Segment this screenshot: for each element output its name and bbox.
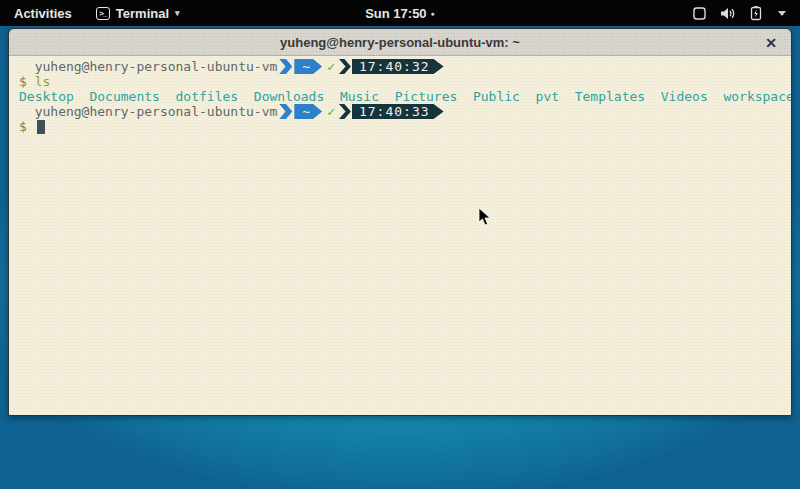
- app-menu-label: Terminal: [116, 6, 169, 21]
- powerline-chevron-icon: [339, 104, 351, 119]
- powerline-chevron-icon: [279, 59, 292, 74]
- volume-icon: [720, 6, 736, 21]
- prompt-indent: [19, 59, 35, 74]
- command-text: ls: [35, 74, 51, 89]
- prompt-symbol: $: [19, 74, 35, 89]
- prompt-user: yuheng@henry-personal-ubuntu-vm: [35, 59, 278, 74]
- prompt-user: yuheng@henry-personal-ubuntu-vm: [35, 104, 278, 119]
- clock-button[interactable]: Sun 17:50 ●: [365, 6, 435, 21]
- terminal-icon: >_: [96, 7, 110, 20]
- activities-button[interactable]: Activities: [0, 0, 86, 26]
- top-bar: Activities >_ Terminal ▾ Sun 17:50 ●: [0, 0, 800, 26]
- close-icon[interactable]: ✕: [765, 29, 777, 56]
- check-icon: ✓: [322, 104, 339, 119]
- prompt-time-segment: 17:40:32: [352, 59, 444, 74]
- app-menu-terminal[interactable]: >_ Terminal ▾: [86, 0, 190, 26]
- prompt-indent: [19, 104, 35, 119]
- powerline-chevron-icon: [279, 104, 292, 119]
- check-icon: ✓: [322, 59, 339, 74]
- system-status-area[interactable]: [678, 0, 800, 26]
- prompt-line-1: yuheng@henry-personal-ubuntu-vm~✓17:40:3…: [19, 59, 791, 74]
- clock-label: Sun 17:50: [365, 6, 426, 21]
- prompt-line-2: yuheng@henry-personal-ubuntu-vm~✓17:40:3…: [19, 104, 791, 119]
- battery-charging-icon: [749, 6, 765, 21]
- activities-label: Activities: [14, 6, 72, 21]
- chevron-down-icon: ▾: [175, 8, 180, 18]
- prompt-path-segment: ~: [294, 59, 322, 74]
- powerline-chevron-icon: [339, 59, 351, 74]
- prompt-symbol: $: [19, 119, 35, 134]
- notification-dot: ●: [431, 10, 435, 17]
- prompt-path-segment: ~: [294, 104, 322, 119]
- prompt-time-segment: 17:40:33: [352, 104, 444, 119]
- command-line: $ ls: [19, 74, 791, 89]
- terminal-window: yuheng@henry-personal-ubuntu-vm: ~ ✕ yuh…: [8, 28, 792, 416]
- text-cursor: [37, 120, 45, 134]
- input-line: $: [19, 119, 791, 134]
- terminal-content[interactable]: yuheng@henry-personal-ubuntu-vm~✓17:40:3…: [9, 56, 791, 415]
- ls-output-line: Desktop Documents dotfiles Downloads Mus…: [19, 89, 791, 104]
- window-title-bar[interactable]: yuheng@henry-personal-ubuntu-vm: ~ ✕: [9, 29, 791, 56]
- display-icon: [692, 6, 707, 21]
- chevron-down-icon: [778, 11, 786, 16]
- window-title: yuheng@henry-personal-ubuntu-vm: ~: [280, 35, 520, 50]
